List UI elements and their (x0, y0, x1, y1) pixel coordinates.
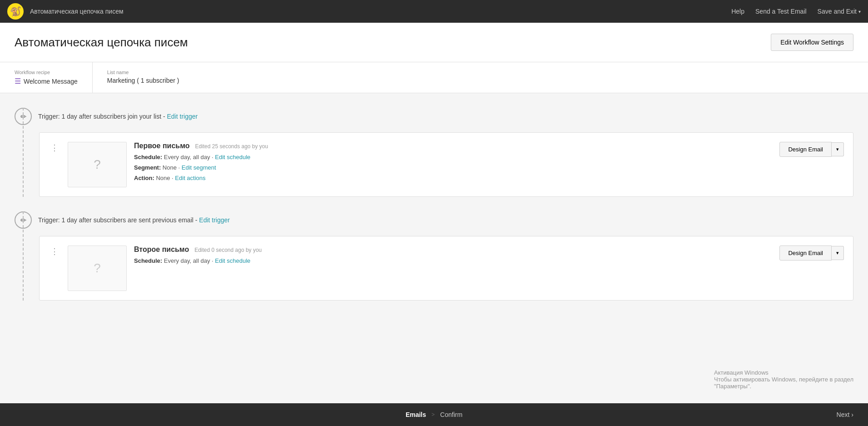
step-separator: > (432, 411, 435, 418)
design-email2-dropdown[interactable]: ▾ (832, 246, 844, 260)
bottom-step-confirm: Confirm (440, 411, 462, 418)
page-title: Автоматическая цепочка писем (15, 35, 188, 50)
edit-schedule2-link[interactable]: Edit schedule (215, 257, 250, 264)
main-content: ✏ Trigger: 1 day after subscribers join … (0, 93, 868, 426)
next-button[interactable]: Next › (837, 411, 853, 418)
email1-actions: Design Email ▾ (779, 142, 844, 157)
design-email1-button[interactable]: Design Email (779, 142, 832, 157)
next-chevron-icon: › (851, 411, 853, 418)
list-name-label: List name (107, 70, 179, 75)
design-email1-dropdown[interactable]: ▾ (832, 142, 844, 156)
trigger1-row: ✏ Trigger: 1 day after subscribers join … (15, 108, 853, 125)
list-name-item: List name Marketing ( 1 subscriber ) (107, 62, 194, 93)
email1-details: Первое письмо Edited 25 seconds ago by y… (134, 142, 772, 181)
edit-schedule1-link[interactable]: Edit schedule (215, 154, 250, 160)
save-and-exit-button[interactable]: Save and Exit ▾ (818, 8, 861, 15)
workflow-recipe-label: Workflow recipe (15, 70, 78, 75)
edit-workflow-settings-button[interactable]: Edit Workflow Settings (771, 34, 853, 51)
navbar-left: 🐒 Автоматическая цепочка писем (7, 3, 124, 20)
question-icon-2: ? (94, 261, 101, 276)
email1-action-field: Action: None · Edit actions (134, 175, 772, 181)
section-line-2 (23, 211, 24, 301)
email2-edited: Edited 0 second ago by you (194, 247, 262, 253)
email2-schedule-field: Schedule: Every day, all day · Edit sche… (134, 257, 772, 264)
edit-trigger2-link[interactable]: Edit trigger (199, 216, 230, 224)
navbar-right: Help Send a Test Email Save and Exit ▾ (731, 8, 861, 15)
email2-thumbnail: ? (68, 246, 127, 291)
page-header: Автоматическая цепочка писем Edit Workfl… (0, 23, 868, 62)
email2-menu-button[interactable]: ⋮ (49, 246, 60, 257)
email1-thumbnail: ? (68, 142, 127, 187)
question-icon: ? (94, 157, 101, 172)
trigger1-text: Trigger: 1 day after subscribers join yo… (38, 113, 198, 120)
email2-name: Второе письмо (134, 246, 189, 253)
list-name-value: Marketing ( 1 subscriber ) (107, 77, 179, 84)
email1-schedule-field: Schedule: Every day, all day · Edit sche… (134, 154, 772, 160)
email1-card: ⋮ ? Первое письмо Edited 25 seconds ago … (39, 132, 853, 197)
email2-section: ✏ Trigger: 1 day after subscribers are s… (15, 211, 853, 301)
trigger2-row: ✏ Trigger: 1 day after subscribers are s… (15, 211, 853, 229)
help-link[interactable]: Help (731, 8, 744, 15)
email1-menu-button[interactable]: ⋮ (49, 142, 60, 154)
email2-actions: Design Email ▾ (779, 246, 844, 261)
bottom-bar: Emails > Confirm Next › (0, 403, 868, 426)
logo-icon: 🐒 (10, 6, 21, 17)
section-line-1 (23, 108, 24, 197)
email1-section: ✏ Trigger: 1 day after subscribers join … (15, 108, 853, 197)
email1-name: Первое письмо (134, 142, 190, 150)
edit-segment1-link[interactable]: Edit segment (182, 164, 216, 171)
email2-card: ⋮ ? Второе письмо Edited 0 second ago by… (39, 236, 853, 301)
design-email2-button[interactable]: Design Email (779, 246, 832, 261)
email1-edited: Edited 25 seconds ago by you (195, 143, 268, 150)
workflow-recipe-item: Workflow recipe ☰ Welcome Message (15, 62, 93, 93)
email1-segment-field: Segment: None · Edit segment (134, 164, 772, 171)
edit-trigger1-link[interactable]: Edit trigger (167, 113, 198, 120)
email1-header: Первое письмо Edited 25 seconds ago by y… (134, 142, 772, 150)
navbar: 🐒 Автоматическая цепочка писем Help Send… (0, 0, 868, 23)
navbar-title: Автоматическая цепочка писем (30, 8, 124, 15)
workflow-icon: ☰ (15, 77, 21, 85)
email2-header: Второе письмо Edited 0 second ago by you (134, 246, 772, 254)
app-logo: 🐒 (7, 3, 24, 20)
workflow-recipe-value: ☰ Welcome Message (15, 77, 78, 85)
email2-details: Второе письмо Edited 0 second ago by you… (134, 246, 772, 264)
send-test-email-link[interactable]: Send a Test Email (755, 8, 807, 15)
bottom-step-emails: Emails (406, 411, 426, 418)
info-bar: Workflow recipe ☰ Welcome Message List n… (0, 62, 868, 93)
chevron-down-icon: ▾ (858, 9, 861, 14)
edit-actions1-link[interactable]: Edit actions (175, 175, 205, 181)
page: Автоматическая цепочка писем Edit Workfl… (0, 23, 868, 426)
trigger2-text: Trigger: 1 day after subscribers are sen… (38, 216, 230, 224)
